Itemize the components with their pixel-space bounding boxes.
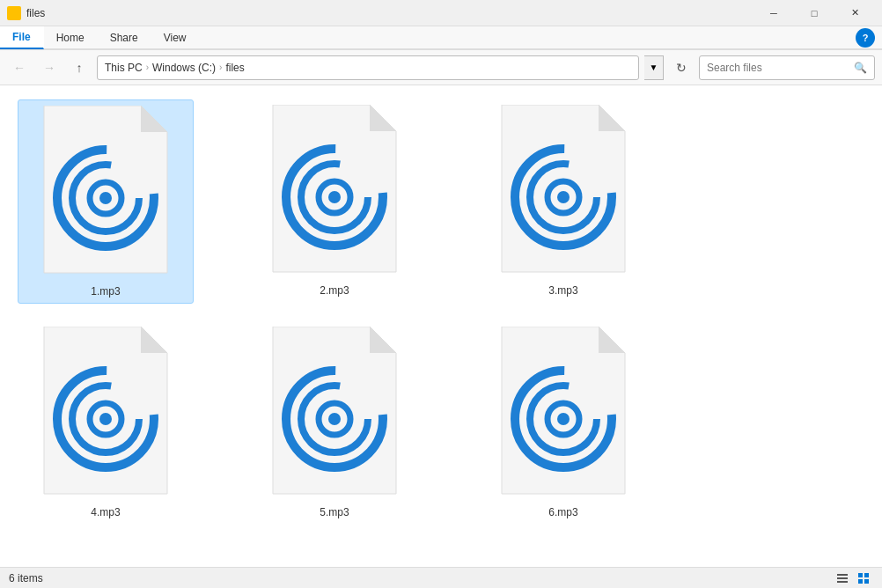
address-dropdown-button[interactable]: ▼ <box>644 55 664 80</box>
path-part-files[interactable]: files <box>225 62 244 74</box>
search-icon: 🔍 <box>854 62 867 74</box>
status-count: 6 items <box>9 572 43 584</box>
details-view-icon[interactable] <box>833 569 852 588</box>
path-chevron-2: › <box>219 62 222 72</box>
window-title: files <box>26 7 45 19</box>
file-name: 1.mp3 <box>91 285 120 298</box>
svg-rect-41 <box>858 579 863 584</box>
file-name: 6.mp3 <box>548 506 577 518</box>
svg-marker-31 <box>599 327 625 353</box>
address-path[interactable]: This PC › Windows (C:) › files <box>97 55 639 80</box>
search-input[interactable] <box>707 62 849 74</box>
file-item[interactable]: 1.mp3 <box>18 99 194 304</box>
file-item[interactable]: 6.mp3 <box>475 321 651 524</box>
path-part-drive[interactable]: Windows (C:) <box>152 62 216 74</box>
file-icon <box>493 105 634 281</box>
file-icon <box>264 327 405 503</box>
tab-share[interactable]: Share <box>98 26 151 48</box>
file-name: 4.mp3 <box>91 506 120 518</box>
title-bar-left: files <box>7 6 45 20</box>
file-name: 5.mp3 <box>320 506 349 518</box>
svg-marker-7 <box>370 105 396 131</box>
file-icon <box>493 327 634 503</box>
file-icon <box>35 327 176 503</box>
tab-view[interactable]: View <box>151 26 200 48</box>
ribbon: File Home Share View ? <box>0 26 882 50</box>
svg-marker-1 <box>141 106 167 132</box>
help-button[interactable]: ? <box>856 28 875 48</box>
file-grid: 1.mp3 2.mp3 3.mp3 <box>18 99 864 524</box>
close-button[interactable]: ✕ <box>834 0 875 26</box>
svg-point-29 <box>328 413 341 425</box>
search-box[interactable]: 🔍 <box>699 55 875 80</box>
svg-marker-25 <box>370 327 396 353</box>
svg-marker-19 <box>141 327 167 353</box>
svg-point-23 <box>99 413 112 425</box>
file-icon <box>35 106 176 282</box>
back-button[interactable]: ← <box>7 55 32 80</box>
ribbon-tabs: File Home Share View ? <box>0 26 882 49</box>
file-icon <box>264 105 405 281</box>
minimize-button[interactable]: ─ <box>753 0 794 26</box>
path-part-thispc[interactable]: This PC <box>105 62 143 74</box>
svg-marker-13 <box>599 105 625 131</box>
svg-point-5 <box>99 192 112 204</box>
svg-rect-38 <box>837 581 848 583</box>
main-area: 1.mp3 2.mp3 3.mp3 <box>0 85 882 567</box>
folder-icon <box>7 6 21 20</box>
svg-rect-42 <box>864 579 869 584</box>
path-chevron-1: › <box>146 62 149 72</box>
ribbon-right: ? <box>200 26 882 48</box>
svg-rect-40 <box>864 573 869 577</box>
svg-point-35 <box>557 413 570 425</box>
svg-point-17 <box>557 191 570 203</box>
address-bar: ← → ↑ This PC › Windows (C:) › files ▼ ↻… <box>0 50 882 85</box>
up-button[interactable]: ↑ <box>67 55 92 80</box>
view-icons <box>833 569 873 588</box>
tab-home[interactable]: Home <box>44 26 98 48</box>
content-area: 1.mp3 2.mp3 3.mp3 <box>0 85 882 567</box>
file-name: 3.mp3 <box>548 284 577 297</box>
svg-rect-37 <box>837 577 848 579</box>
file-name: 2.mp3 <box>320 284 349 297</box>
large-icons-view-icon[interactable] <box>854 569 873 588</box>
svg-rect-36 <box>837 574 848 576</box>
file-item[interactable]: 4.mp3 <box>18 321 194 524</box>
file-item[interactable]: 3.mp3 <box>475 99 651 304</box>
title-controls: ─ □ ✕ <box>753 0 875 26</box>
tab-file[interactable]: File <box>0 26 44 49</box>
forward-button[interactable]: → <box>37 55 62 80</box>
maximize-button[interactable]: □ <box>794 0 834 26</box>
file-item[interactable]: 2.mp3 <box>246 99 423 304</box>
title-bar: files ─ □ ✕ <box>0 0 882 26</box>
status-bar: 6 items <box>0 567 882 588</box>
file-item[interactable]: 5.mp3 <box>246 321 423 524</box>
refresh-button[interactable]: ↻ <box>669 55 694 80</box>
svg-rect-39 <box>858 573 863 577</box>
svg-point-11 <box>328 191 341 203</box>
